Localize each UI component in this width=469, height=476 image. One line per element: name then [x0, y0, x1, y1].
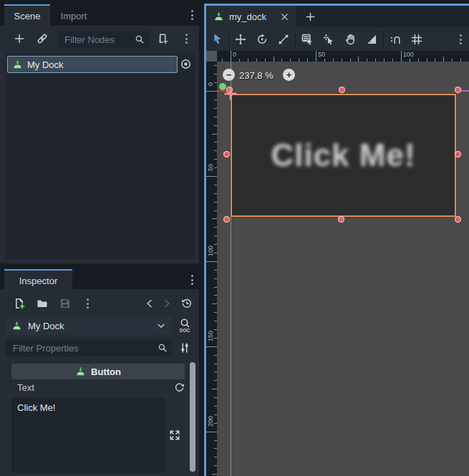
- filter-properties-input[interactable]: [11, 342, 158, 354]
- rotate-mode-button[interactable]: [251, 27, 273, 51]
- selection-rect: [231, 94, 456, 217]
- ruler-tick: [212, 134, 217, 135]
- filter-nodes-box[interactable]: [57, 31, 149, 48]
- property-row-text: Text: [11, 379, 185, 395]
- scene-tab-my-dock[interactable]: my_dock: [206, 6, 296, 27]
- selection-handle[interactable]: [223, 216, 230, 223]
- tree-node-label: My Dock: [27, 59, 64, 70]
- zoom-out-button[interactable]: −: [223, 69, 235, 81]
- ruler-tick: [206, 176, 217, 177]
- history-button[interactable]: [178, 293, 196, 314]
- ruler-icon: [366, 34, 377, 45]
- scale-icon: [278, 34, 289, 45]
- history-back-button[interactable]: [140, 293, 159, 314]
- filter-properties-box[interactable]: [6, 339, 172, 356]
- button-node-icon: [11, 321, 22, 331]
- ruler-tick: [212, 218, 217, 219]
- expand-text-button[interactable]: [169, 429, 180, 441]
- ruler-tick: [212, 474, 217, 475]
- tab-inspector-label: Inspector: [19, 276, 57, 286]
- pan-mode-button[interactable]: [339, 27, 361, 51]
- list-select-icon: [301, 34, 313, 45]
- scale-mode-button[interactable]: [273, 27, 294, 51]
- pixel-select-icon: [323, 34, 334, 45]
- selection-handle[interactable]: [338, 216, 344, 223]
- attach-script-button[interactable]: [153, 29, 172, 49]
- ruler-label: 150: [208, 331, 214, 341]
- tab-inspector[interactable]: Inspector: [4, 269, 72, 291]
- ruler-mode-button[interactable]: [361, 27, 382, 51]
- move-icon: [235, 34, 246, 45]
- ruler-label: 100: [208, 246, 214, 256]
- inspector-dock-menu-icon[interactable]: [186, 273, 198, 287]
- godot-editor: Scene Import: [0, 0, 469, 476]
- snap-options-menu-icon[interactable]: [455, 32, 466, 47]
- new-scene-tab-button[interactable]: [301, 7, 319, 26]
- zoom-percent[interactable]: 237.8 %: [239, 70, 274, 81]
- resource-menu-icon[interactable]: [82, 296, 93, 311]
- tab-import[interactable]: Import: [50, 6, 97, 26]
- ruler-label: 100: [403, 52, 414, 58]
- add-node-button[interactable]: [10, 29, 29, 49]
- scene-toolbar-menu-icon[interactable]: [180, 31, 192, 46]
- close-icon[interactable]: [280, 12, 289, 21]
- visibility-toggle[interactable]: [180, 58, 192, 70]
- selection-handle[interactable]: [455, 87, 461, 93]
- eye-icon: [180, 58, 192, 70]
- text-property-editor[interactable]: Click Me!: [11, 398, 165, 473]
- load-resource-button[interactable]: [33, 293, 52, 314]
- category-header-button[interactable]: Button: [11, 364, 185, 379]
- smart-snap-button[interactable]: [385, 27, 406, 51]
- history-forward-button[interactable]: [158, 293, 176, 314]
- magnet-icon: [390, 34, 401, 45]
- select-mode-button[interactable]: [206, 27, 228, 51]
- grid-snap-icon: [411, 34, 422, 45]
- pivot-crosshair-icon[interactable]: [222, 85, 239, 102]
- open-docs-button[interactable]: DOC: [178, 318, 192, 334]
- ruler-tick: [206, 432, 217, 432]
- revert-icon[interactable]: [174, 382, 185, 393]
- ruler-tick: [206, 346, 217, 347]
- new-resource-button[interactable]: [10, 293, 29, 314]
- scene-dock-menu-icon[interactable]: [186, 8, 198, 22]
- category-label: Button: [91, 366, 121, 377]
- filter-nodes-input[interactable]: [63, 34, 135, 46]
- scene-dock: Scene Import: [0, 0, 199, 263]
- selection-handle[interactable]: [455, 151, 461, 157]
- grid-snap-button[interactable]: [406, 27, 427, 51]
- ruler-tick: [358, 57, 359, 62]
- ruler-label: 50: [318, 52, 325, 58]
- selection-handle[interactable]: [455, 216, 461, 223]
- pixel-select-button[interactable]: [318, 27, 339, 51]
- tree-row-my-dock[interactable]: My Dock: [7, 56, 178, 73]
- selection-handle[interactable]: [223, 151, 230, 157]
- zoom-in-button[interactable]: +: [283, 69, 295, 81]
- horizontal-ruler: 050100: [217, 51, 469, 62]
- new-resource-icon: [14, 298, 25, 309]
- ruler-tick: [316, 51, 316, 62]
- inspector-dock: Inspector: [0, 268, 199, 476]
- pan-hand-icon: [344, 34, 356, 45]
- ruler-tick: [401, 51, 402, 62]
- button-node-icon: [12, 59, 23, 70]
- ruler-tick: [443, 57, 444, 62]
- tab-scene-label: Scene: [14, 11, 41, 21]
- canvas-toolbar: [206, 27, 469, 52]
- list-select-button[interactable]: [296, 27, 318, 51]
- selection-handle[interactable]: [339, 87, 345, 93]
- tab-import-label: Import: [61, 11, 87, 21]
- save-resource-button[interactable]: [56, 293, 74, 314]
- node-selector[interactable]: My Dock: [6, 316, 172, 335]
- ruler-label: 0: [208, 82, 214, 86]
- folder-icon: [37, 298, 48, 309]
- save-icon: [59, 298, 71, 309]
- button-node-icon: [75, 366, 86, 377]
- instance-scene-button[interactable]: [33, 29, 52, 49]
- text-property-value: Click Me!: [17, 402, 55, 413]
- inspector-scrollbar[interactable]: [190, 362, 195, 472]
- chevron-left-icon: [144, 298, 155, 309]
- tab-scene[interactable]: Scene: [4, 4, 50, 26]
- expand-icon: [169, 429, 180, 441]
- move-mode-button[interactable]: [230, 27, 251, 51]
- property-tools-button[interactable]: [179, 342, 190, 354]
